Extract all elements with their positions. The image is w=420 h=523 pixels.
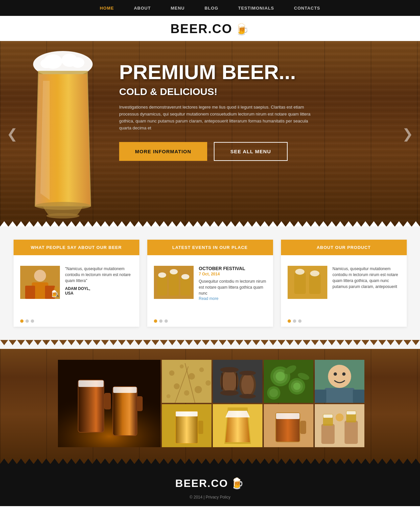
svg-point-38	[180, 364, 184, 368]
svg-point-19	[170, 269, 178, 274]
svg-rect-74	[325, 388, 354, 403]
events-dot-2[interactable]	[159, 319, 163, 323]
nav-menu[interactable]: MENU	[171, 6, 185, 11]
read-more-link[interactable]: Read more	[199, 296, 266, 301]
dot-2[interactable]	[25, 319, 29, 323]
photo-beer-gold[interactable]	[162, 404, 211, 447]
footer-beer-icon: 🍺	[231, 477, 245, 490]
svg-point-18	[158, 272, 166, 278]
svg-point-53	[220, 367, 239, 372]
svg-point-43	[195, 386, 202, 393]
svg-point-25	[310, 270, 319, 276]
product-body: Namicus, qusequitur mutationem contodiu …	[281, 259, 407, 315]
events-dot-3[interactable]	[164, 319, 168, 323]
events-dot-1[interactable]	[154, 319, 157, 323]
svg-point-44	[166, 394, 170, 398]
footer-logo: BEER.CO 🍺	[175, 477, 245, 490]
events-desc: Qusequitur contodiu m lectorum nirum est…	[199, 278, 266, 296]
product-card: ABOUT OUR PRODUCT Namicus, qusequitur mu…	[281, 240, 407, 327]
svg-point-37	[169, 370, 174, 376]
svg-point-45	[206, 380, 211, 386]
svg-rect-90	[345, 421, 358, 444]
hero-description: Investigationes demonstraverunt lectores…	[119, 104, 311, 131]
svg-rect-16	[169, 272, 179, 296]
svg-point-20	[181, 274, 189, 279]
svg-rect-93	[323, 414, 333, 418]
photo-barrel[interactable]	[213, 360, 262, 403]
svg-point-50	[222, 370, 237, 393]
photo-beer-mug-2[interactable]	[264, 404, 313, 447]
events-date: 7 Oct, 2014	[199, 272, 266, 276]
arrow-right[interactable]: ❯	[402, 126, 413, 141]
svg-point-40	[199, 367, 204, 372]
svg-text:🔍: 🔍	[52, 290, 59, 297]
svg-point-56	[241, 374, 254, 395]
testimonials-card: WHAT PEOPLE SAY ABOUT OUR BEER 🔍	[14, 240, 139, 327]
product-dots	[281, 315, 407, 327]
svg-rect-11	[45, 286, 55, 299]
testimonials-author: ADAM DOYL, USA	[65, 286, 133, 296]
svg-point-73	[342, 372, 346, 376]
svg-point-3	[71, 57, 84, 68]
svg-rect-80	[176, 411, 198, 416]
nav-home[interactable]: HOME	[100, 6, 114, 11]
nav-blog[interactable]: BLOG	[205, 6, 218, 11]
svg-rect-35	[137, 396, 143, 411]
svg-rect-31	[104, 393, 111, 409]
svg-rect-30	[78, 380, 104, 387]
columns-section: WHAT PEOPLE SAY ABOUT OUR BEER 🔍	[0, 226, 420, 340]
nav-about[interactable]: ABOUT	[134, 6, 151, 11]
photo-person[interactable]	[315, 360, 364, 403]
footer-logo-text: BEER.CO	[175, 477, 228, 490]
photo-grid	[58, 360, 362, 447]
hero-section: ❮ PREMIUM BEER... COLD & DELICIOUS! Inve…	[0, 41, 420, 226]
svg-point-58	[239, 394, 256, 399]
photo-beer-hands[interactable]	[315, 404, 364, 447]
svg-point-65	[293, 383, 301, 390]
events-header-wrap: LATEST EVENTS IN OUR PLACE	[147, 240, 273, 259]
svg-point-72	[334, 372, 337, 376]
arrow-left[interactable]: ❮	[7, 126, 18, 141]
testimonials-header: WHAT PEOPLE SAY ABOUT OUR BEER	[14, 240, 139, 255]
svg-point-42	[184, 390, 189, 396]
svg-point-54	[220, 390, 239, 396]
product-dot-2[interactable]	[293, 319, 296, 323]
hero-content: PREMIUM BEER... COLD & DELICIOUS! Invest…	[119, 61, 387, 161]
photo-grain[interactable]	[162, 360, 211, 403]
svg-rect-29	[78, 380, 104, 432]
more-info-button[interactable]: MORE INFORMATION	[119, 142, 207, 161]
testimonials-inner: 🔍 "Namicus, qusequitur mutationem contod…	[20, 266, 133, 299]
events-card: LATEST EVENTS IN OUR PLACE OCTOBE	[147, 240, 273, 327]
site-logo: BEER.CO 🍺	[170, 22, 250, 36]
testimonials-body: 🔍 "Namicus, qusequitur mutationem contod…	[14, 259, 139, 315]
svg-rect-33	[113, 387, 137, 435]
photo-section	[0, 340, 420, 464]
svg-rect-22	[294, 272, 306, 294]
dot-1[interactable]	[20, 319, 23, 323]
svg-rect-34	[113, 387, 137, 393]
logo-text: BEER.CO	[170, 22, 232, 36]
events-body: OCTOBER FESTIVAL 7 Oct, 2014 Qusequitur …	[147, 259, 273, 315]
svg-rect-89	[321, 424, 335, 444]
svg-point-24	[295, 269, 304, 275]
svg-rect-17	[180, 277, 190, 296]
product-thumb	[288, 266, 327, 299]
photo-hops[interactable]	[264, 360, 313, 403]
product-dot-1[interactable]	[288, 319, 291, 323]
testimonials-dots	[14, 315, 139, 327]
product-desc: Namicus, qusequitur mutationem contodiu …	[333, 266, 400, 290]
svg-rect-10	[25, 286, 35, 299]
testimonials-thumb: 🔍	[20, 266, 60, 299]
svg-point-57	[239, 371, 256, 375]
nav-testimonials[interactable]: TESTIMONIALS	[238, 6, 274, 11]
svg-rect-75	[315, 390, 326, 403]
events-title: OCTOBER FESTIVAL	[199, 266, 266, 271]
dot-3[interactable]	[31, 319, 34, 323]
product-dot-3[interactable]	[298, 319, 302, 323]
photo-grid-wrapper	[0, 340, 420, 464]
see-all-menu-button[interactable]: SEE ALL MENU	[214, 142, 288, 161]
photo-beer-glass-2[interactable]	[213, 404, 262, 447]
hero-subtitle: COLD & DELICIOUS!	[119, 86, 387, 97]
nav-contacts[interactable]: CONTACTS	[294, 6, 320, 11]
photo-large-beer[interactable]	[58, 360, 161, 447]
